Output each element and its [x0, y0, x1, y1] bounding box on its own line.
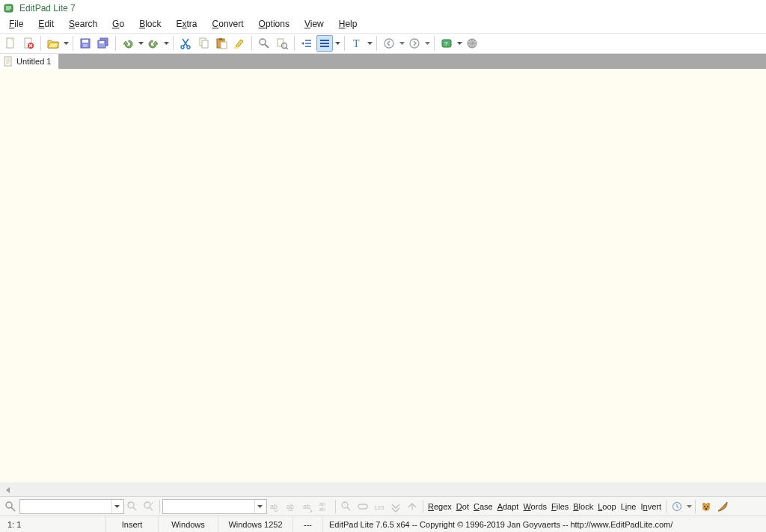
- find-button[interactable]: [256, 35, 272, 52]
- count-button[interactable]: 123: [372, 498, 387, 515]
- svg-point-22: [384, 39, 393, 48]
- menu-edit[interactable]: Edit: [32, 18, 60, 30]
- app-title: EditPad Lite 7: [19, 3, 76, 13]
- history-button[interactable]: [670, 498, 684, 515]
- menu-extra[interactable]: Extra: [171, 18, 203, 30]
- status-insert-mode[interactable]: Insert: [106, 516, 159, 533]
- search-zoom-button[interactable]: [339, 498, 354, 515]
- title-bar: EditPad Lite 7: [0, 0, 766, 16]
- redo-button[interactable]: [145, 35, 162, 52]
- svg-point-30: [144, 502, 150, 508]
- toggle-words[interactable]: Words: [521, 502, 549, 511]
- menu-options[interactable]: Options: [253, 18, 295, 30]
- undo-dropdown[interactable]: [137, 35, 144, 52]
- menu-bar: File Edit Search Go Block Extra Convert …: [0, 16, 766, 33]
- toggle-dot[interactable]: Dot: [454, 502, 471, 511]
- unfold-button[interactable]: [405, 498, 420, 515]
- toolbar-separator: [344, 36, 345, 51]
- replace-input[interactable]: [163, 500, 254, 513]
- help-dropdown[interactable]: [456, 35, 463, 52]
- scroll-left-arrow[interactable]: [3, 485, 13, 495]
- search-dropdown[interactable]: [111, 500, 122, 513]
- replace-next-button[interactable]: ab: [301, 498, 316, 515]
- open-button[interactable]: [45, 35, 61, 52]
- replace-all-button[interactable]: abab: [317, 498, 332, 515]
- redo-dropdown[interactable]: [162, 35, 170, 52]
- highlight-all-button[interactable]: [355, 498, 370, 515]
- svg-point-18: [260, 39, 266, 45]
- search-prev-button[interactable]: [125, 498, 140, 515]
- status-about: EditPad Lite 7.6.5 x64 -- Copyright © 19…: [323, 516, 765, 533]
- svg-rect-19: [278, 39, 284, 46]
- menu-view[interactable]: View: [298, 18, 330, 30]
- editor-area[interactable]: [0, 69, 766, 483]
- replace-dropdown[interactable]: [254, 500, 265, 513]
- replace-one-button[interactable]: ab: [268, 498, 283, 515]
- bear-button[interactable]: [699, 498, 714, 515]
- wordwrap-button[interactable]: [316, 35, 333, 52]
- document-tab[interactable]: Untitled 1: [0, 54, 59, 69]
- menu-search[interactable]: Search: [63, 18, 103, 30]
- toggle-regex[interactable]: Regex: [426, 502, 454, 511]
- toggle-line[interactable]: Line: [619, 502, 639, 511]
- toolbar-separator: [73, 36, 73, 51]
- fold-button[interactable]: [388, 498, 403, 515]
- svg-point-23: [410, 39, 419, 48]
- toggle-files[interactable]: Files: [549, 502, 571, 511]
- find-replace-button[interactable]: [274, 35, 290, 52]
- search-next-button[interactable]: [141, 498, 156, 515]
- highlight-button[interactable]: [231, 35, 248, 52]
- toggle-case[interactable]: Case: [471, 502, 495, 511]
- svg-rect-37: [358, 504, 367, 509]
- menu-file[interactable]: File: [3, 18, 29, 30]
- toggle-block[interactable]: Block: [571, 502, 595, 511]
- text-style-dropdown[interactable]: [366, 35, 373, 52]
- nav-forward-dropdown[interactable]: [423, 35, 431, 52]
- search-icon-button[interactable]: [2, 498, 19, 515]
- toolbar-separator: [294, 36, 295, 51]
- paste-button[interactable]: [213, 35, 230, 52]
- history-dropdown[interactable]: [685, 498, 693, 515]
- menu-block[interactable]: Block: [133, 18, 167, 30]
- status-linebreak[interactable]: Windows: [159, 516, 218, 533]
- svg-rect-6: [83, 44, 88, 47]
- status-position[interactable]: 1: 1: [1, 516, 106, 533]
- nav-back-button[interactable]: [381, 35, 397, 52]
- open-dropdown[interactable]: [62, 35, 70, 52]
- toolbar-separator: [115, 36, 116, 51]
- outdent-button[interactable]: [298, 35, 315, 52]
- text-style-button[interactable]: T: [349, 35, 365, 52]
- svg-text:T: T: [353, 38, 360, 49]
- help-button[interactable]: ?: [438, 35, 455, 52]
- save-all-button[interactable]: [95, 35, 111, 52]
- wordwrap-dropdown[interactable]: [334, 35, 341, 52]
- new-button[interactable]: [2, 35, 19, 52]
- undo-button[interactable]: [120, 35, 136, 52]
- search-input[interactable]: [20, 500, 111, 513]
- search-separator: [335, 500, 336, 513]
- replace-back-button[interactable]: ab: [284, 498, 299, 515]
- close-file-button[interactable]: [20, 35, 37, 52]
- toggle-invert[interactable]: Invert: [638, 502, 664, 511]
- copy-button[interactable]: [195, 35, 212, 52]
- web-button[interactable]: [464, 35, 480, 52]
- status-bom[interactable]: ---: [293, 516, 323, 533]
- toggle-adapt[interactable]: Adapt: [495, 502, 521, 511]
- search-separator: [423, 500, 423, 513]
- nav-forward-button[interactable]: [406, 35, 423, 52]
- cut-button[interactable]: [177, 35, 194, 52]
- toggle-loop[interactable]: Loop: [595, 502, 618, 511]
- status-encoding[interactable]: Windows 1252: [218, 516, 293, 533]
- horizontal-scrollbar[interactable]: [0, 483, 766, 496]
- tab-strip: Untitled 1: [0, 54, 766, 69]
- svg-point-28: [6, 502, 12, 508]
- menu-help[interactable]: Help: [333, 18, 364, 30]
- save-button[interactable]: [77, 35, 94, 52]
- menu-convert[interactable]: Convert: [206, 18, 250, 30]
- replace-field[interactable]: [162, 499, 267, 514]
- search-separator: [695, 500, 696, 513]
- nav-back-dropdown[interactable]: [398, 35, 405, 52]
- feather-button[interactable]: [715, 498, 730, 515]
- search-field[interactable]: [19, 499, 124, 514]
- menu-go[interactable]: Go: [106, 18, 130, 30]
